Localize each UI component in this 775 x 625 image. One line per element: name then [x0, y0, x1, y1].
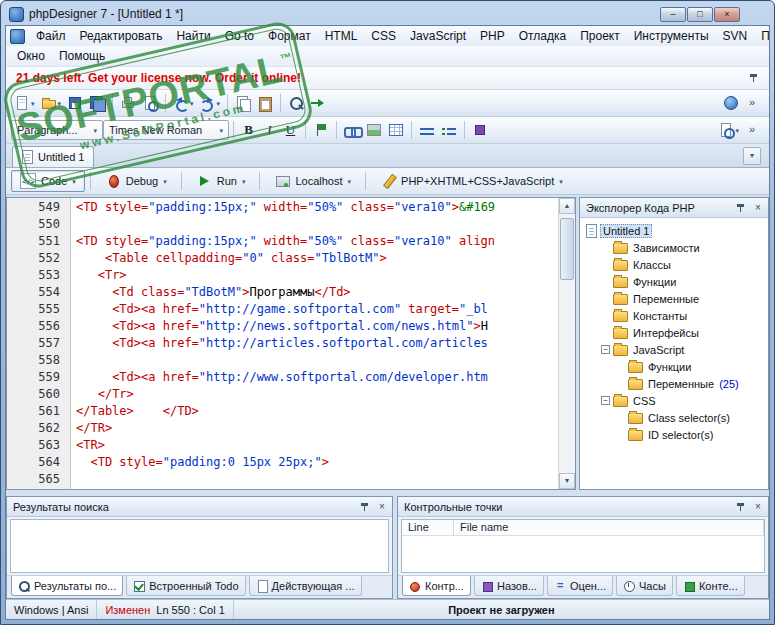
- tab-конте[interactable]: Конте...: [676, 576, 745, 596]
- trial-message[interactable]: 21 days left. Get your license now. Orde…: [16, 71, 301, 85]
- image-button[interactable]: [363, 119, 385, 141]
- line-number-gutter[interactable]: 5495505515525535545555565575585595605615…: [7, 198, 71, 489]
- tree-item-классы[interactable]: Классы: [582, 256, 766, 273]
- tree-item-зависимости[interactable]: Зависимости: [582, 239, 766, 256]
- code-line[interactable]: <Td><a href="http://articles.softportal.…: [76, 335, 558, 352]
- code-line[interactable]: [76, 352, 558, 369]
- italic-button[interactable]: I: [259, 120, 280, 140]
- pencil-button[interactable]: PHP+XHTML+CSS+JavaScript▾: [371, 170, 572, 192]
- close-button[interactable]: ×: [714, 7, 740, 22]
- menu-item-javascript[interactable]: JavaScript: [403, 28, 473, 44]
- close-panel-icon[interactable]: [375, 500, 389, 514]
- column-file-name[interactable]: File name: [454, 520, 764, 535]
- font-select[interactable]: Times New Roman ▾: [103, 120, 229, 140]
- code-area[interactable]: <TD style="padding:15px;" width="50%" cl…: [71, 198, 558, 489]
- pin-icon[interactable]: [747, 71, 761, 85]
- code-line[interactable]: </TR>: [76, 420, 558, 437]
- menu-item-файл[interactable]: Файл: [29, 28, 73, 44]
- paragraph-style-select[interactable]: Paragraph... ▾: [11, 120, 103, 140]
- code-line[interactable]: </Tr>: [76, 386, 558, 403]
- copy-button[interactable]: [232, 92, 254, 114]
- table-button[interactable]: [385, 119, 407, 141]
- code-line[interactable]: </Table> </TD>: [76, 403, 558, 420]
- underline-button[interactable]: U: [280, 120, 301, 140]
- code-line[interactable]: <Td><a href="http://news.softportal.com/…: [76, 318, 558, 335]
- column-line[interactable]: Line: [402, 520, 454, 535]
- code-line[interactable]: [76, 216, 558, 233]
- pin-icon[interactable]: [734, 500, 748, 514]
- expander-icon[interactable]: −: [601, 345, 610, 354]
- run-button[interactable]: Run▾: [187, 170, 255, 192]
- scroll-up-arrow[interactable]: ▲: [559, 198, 575, 214]
- print-button[interactable]: [117, 92, 139, 114]
- expander-icon[interactable]: −: [601, 396, 610, 405]
- new-file-button[interactable]: ▾: [11, 92, 38, 114]
- tree-item-javascript[interactable]: −JavaScript: [582, 341, 766, 358]
- minimize-button[interactable]: –: [660, 7, 686, 22]
- localhost-button[interactable]: Localhost▾: [265, 170, 360, 192]
- preview-button[interactable]: [139, 92, 161, 114]
- tab-list-button[interactable]: ▾: [743, 147, 761, 165]
- redo-button[interactable]: ▾: [197, 92, 224, 114]
- maximize-button[interactable]: □: [687, 7, 713, 22]
- pin-icon[interactable]: [734, 201, 748, 215]
- tree-item-untitled-1[interactable]: Untitled 1: [582, 222, 766, 239]
- menu-item-окно[interactable]: Окно: [10, 48, 52, 64]
- tree-item-переменные[interactable]: Переменные(25): [582, 375, 766, 392]
- tree-item-интерфейсы[interactable]: Интерфейсы: [582, 324, 766, 341]
- menu-item-go-to[interactable]: Go to: [218, 28, 261, 44]
- menu-item-найти[interactable]: Найти: [169, 28, 217, 44]
- scroll-thumb[interactable]: [560, 218, 574, 280]
- breakpoints-list[interactable]: Line File name: [401, 519, 765, 573]
- css-box-button[interactable]: [469, 119, 491, 141]
- goto-button[interactable]: [307, 92, 329, 114]
- code-line[interactable]: <TR>: [76, 437, 558, 454]
- tab-встроенный-todo[interactable]: Встроенный Todo: [126, 576, 245, 596]
- list-ul-button[interactable]: [416, 119, 438, 141]
- menu-item-php[interactable]: PHP: [473, 28, 512, 44]
- editor-vertical-scrollbar[interactable]: ▲ ▼: [558, 198, 575, 489]
- code-line[interactable]: <Td class="TdBotM">Программы</Td>: [76, 284, 558, 301]
- tab-действующая[interactable]: Действующая ...: [249, 576, 362, 596]
- preview-button[interactable]: ▾: [715, 119, 742, 141]
- link-button[interactable]: [341, 119, 363, 141]
- anchor-button[interactable]: [310, 119, 332, 141]
- menu-item-просмотр[interactable]: Просмотр: [754, 28, 770, 44]
- code-line[interactable]: <TD style="padding:0 15px 25px;">: [76, 454, 558, 471]
- open-folder-button[interactable]: ▾: [38, 92, 65, 114]
- save-button[interactable]: [64, 92, 86, 114]
- code-explorer-tree[interactable]: Untitled 1ЗависимостиКлассыФункцииПереме…: [580, 218, 768, 489]
- menu-item-инструменты[interactable]: Инструменты: [627, 28, 716, 44]
- tree-item-переменные[interactable]: Переменные: [582, 290, 766, 307]
- tree-item-id-selector-s[interactable]: ID selector(s): [582, 426, 766, 443]
- code-line[interactable]: <TD style="padding:15px;" width="50%" cl…: [76, 199, 558, 216]
- menu-item-помощь[interactable]: Помощь: [52, 48, 112, 64]
- code-line[interactable]: <Td><a href="http://www.softportal.com/d…: [76, 369, 558, 386]
- close-panel-icon[interactable]: [751, 201, 765, 215]
- tree-item-class-selector-s[interactable]: Class selector(s): [582, 409, 766, 426]
- search-button[interactable]: [285, 92, 307, 114]
- paste-button[interactable]: [254, 92, 276, 114]
- tree-item-css[interactable]: −CSS: [582, 392, 766, 409]
- undo-button[interactable]: ▾: [170, 92, 197, 114]
- overflow-button[interactable]: [742, 92, 764, 114]
- save-all-button[interactable]: [86, 92, 108, 114]
- code-editor[interactable]: 5495505515525535545555565575585595605615…: [6, 197, 576, 490]
- menu-item-проект[interactable]: Проект: [573, 28, 627, 44]
- code-line[interactable]: <Table cellpadding="0" class="TblBotM">: [76, 250, 558, 267]
- tab-результаты-по[interactable]: Результаты по...: [11, 576, 123, 596]
- tab-часы[interactable]: Часы: [616, 576, 673, 596]
- menu-item-css[interactable]: CSS: [364, 28, 403, 44]
- globe-button[interactable]: [720, 92, 742, 114]
- overflow-button[interactable]: [742, 119, 764, 141]
- bold-button[interactable]: B: [238, 120, 259, 140]
- document-tab-untitled-1[interactable]: Untitled 1: [12, 146, 94, 167]
- code-line[interactable]: [76, 471, 558, 488]
- list-ol-button[interactable]: [438, 119, 460, 141]
- menu-item-редактировать[interactable]: Редактировать: [73, 28, 170, 44]
- tree-item-функции[interactable]: Функции: [582, 273, 766, 290]
- menu-item-svn[interactable]: SVN: [716, 28, 755, 44]
- menu-item-формат[interactable]: Формат: [261, 28, 318, 44]
- search-results-list[interactable]: [10, 519, 389, 573]
- tree-item-функции[interactable]: Функции: [582, 358, 766, 375]
